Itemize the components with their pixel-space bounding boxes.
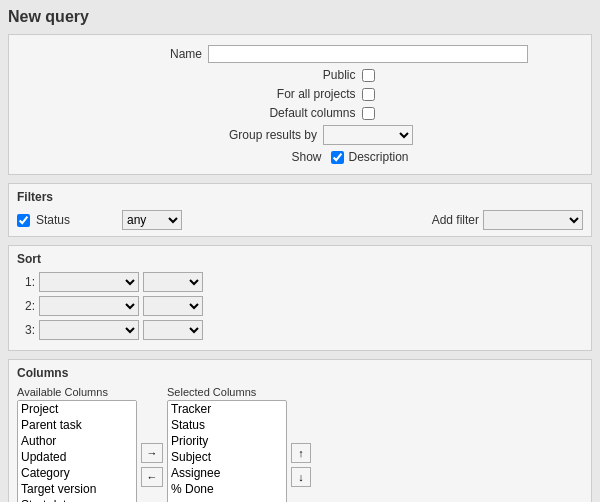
for-all-projects-checkbox[interactable] (362, 88, 375, 101)
sort-dir-1[interactable]: ascdesc (143, 272, 203, 292)
sort-row-2: 2: ProjectTrackerStatusPriority ascdesc (17, 296, 583, 316)
page-title: New query (8, 8, 592, 26)
default-columns-checkbox[interactable] (362, 107, 375, 120)
filters-row: Status any open closed * Add filter Trac… (17, 210, 583, 230)
sort-label-1: 1: (17, 275, 35, 289)
sort-title: Sort (17, 252, 583, 266)
add-filter-select[interactable]: Tracker Priority Author Assignee Categor… (483, 210, 583, 230)
name-row: Name (23, 45, 577, 63)
group-results-select[interactable]: Project Tracker Status Priority Author A… (323, 125, 413, 145)
description-checkbox[interactable] (331, 151, 344, 164)
add-filter-label: Add filter (432, 213, 479, 227)
public-checkbox[interactable] (362, 69, 375, 82)
status-filter-select[interactable]: any open closed * (122, 210, 182, 230)
sort-label-2: 2: (17, 299, 35, 313)
for-all-projects-label: For all projects (226, 87, 356, 101)
move-down-button[interactable]: ↓ (291, 467, 311, 487)
status-filter-label: Status (36, 213, 116, 227)
filters-section: Filters Status any open closed * Add fil… (8, 183, 592, 237)
sort-row-3: 3: ProjectTrackerStatusPriority ascdesc (17, 320, 583, 340)
status-filter-checkbox[interactable] (17, 214, 30, 227)
available-columns-group: Available Columns Project Parent task Au… (17, 386, 137, 502)
sort-field-3[interactable]: ProjectTrackerStatusPriority (39, 320, 139, 340)
sort-label-3: 3: (17, 323, 35, 337)
name-label: Name (72, 47, 202, 61)
show-label: Show (191, 150, 321, 164)
sort-field-2[interactable]: ProjectTrackerStatusPriority (39, 296, 139, 316)
sort-dir-2[interactable]: ascdesc (143, 296, 203, 316)
show-row: Show Description (23, 150, 577, 164)
for-all-projects-row: For all projects (23, 87, 577, 101)
default-columns-label: Default columns (226, 106, 356, 120)
selected-columns-label: Selected Columns (167, 386, 287, 398)
sort-dir-3[interactable]: ascdesc (143, 320, 203, 340)
name-input[interactable] (208, 45, 528, 63)
public-row: Public (23, 68, 577, 82)
add-filter-container: Add filter Tracker Priority Author Assig… (432, 210, 583, 230)
group-results-label: Group results by (187, 128, 317, 142)
move-up-button[interactable]: ↑ (291, 443, 311, 463)
page: New query Name Public For all projects D… (0, 0, 600, 502)
form-container: Name Public For all projects Default col… (8, 34, 592, 175)
selected-columns-list[interactable]: Tracker Status Priority Subject Assignee… (167, 400, 287, 502)
sort-section: Sort 1: ProjectTrackerStatusPriority asc… (8, 245, 592, 351)
available-columns-label: Available Columns (17, 386, 137, 398)
columns-section: Columns Available Columns Project Parent… (8, 359, 592, 502)
available-columns-list[interactable]: Project Parent task Author Updated Categ… (17, 400, 137, 502)
col-move-buttons: → ← (141, 443, 163, 487)
filters-title: Filters (17, 190, 583, 204)
col-updown-buttons: ↑ ↓ (291, 443, 311, 487)
public-label: Public (226, 68, 356, 82)
selected-columns-group: Selected Columns Tracker Status Priority… (167, 386, 287, 502)
sort-row-1: 1: ProjectTrackerStatusPriority ascdesc (17, 272, 583, 292)
move-left-button[interactable]: ← (141, 467, 163, 487)
columns-body: Available Columns Project Parent task Au… (17, 386, 583, 502)
group-results-row: Group results by Project Tracker Status … (23, 125, 577, 145)
description-label: Description (348, 150, 408, 164)
columns-title: Columns (17, 366, 583, 380)
default-columns-row: Default columns (23, 106, 577, 120)
move-right-button[interactable]: → (141, 443, 163, 463)
sort-field-1[interactable]: ProjectTrackerStatusPriority (39, 272, 139, 292)
